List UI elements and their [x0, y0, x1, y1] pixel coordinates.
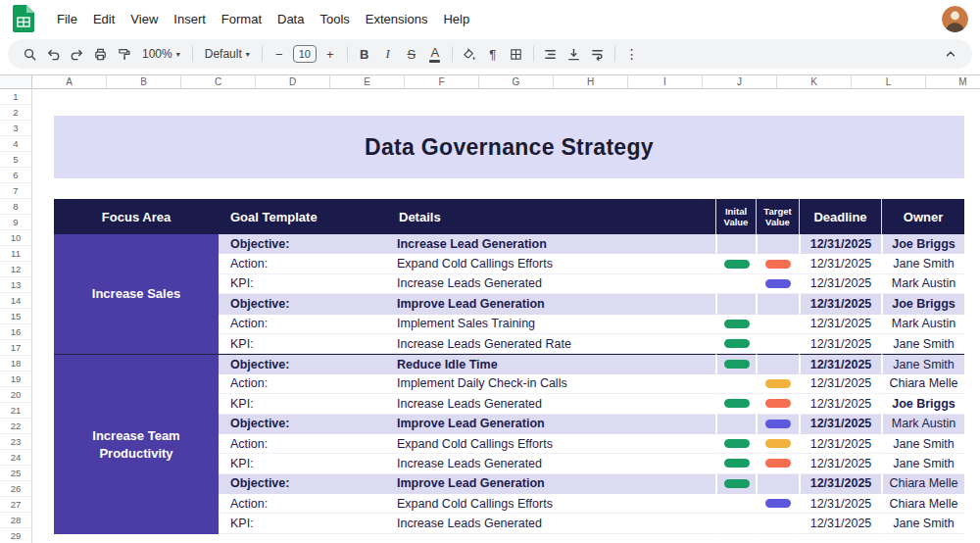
owner-cell[interactable]: Chiara Melle: [881, 474, 964, 494]
owner-cell[interactable]: Jane Smith: [881, 454, 964, 473]
goal-label-cell[interactable]: Action:: [219, 494, 387, 514]
target-value-cell[interactable]: [756, 334, 799, 354]
deadline-cell[interactable]: 12/31/2025: [799, 334, 881, 354]
details-cell[interactable]: Increase Leads Generated: [387, 454, 715, 473]
row-header-21[interactable]: 21: [0, 403, 31, 419]
target-value-cell[interactable]: [756, 254, 799, 273]
zoom-select[interactable]: 100% ▾: [135, 42, 187, 66]
column-header-C[interactable]: C: [181, 74, 256, 89]
column-header-L[interactable]: L: [852, 74, 926, 89]
owner-cell[interactable]: Mark Austin: [881, 315, 964, 334]
row-header-11[interactable]: 11: [0, 246, 31, 262]
menu-item-help[interactable]: Help: [435, 8, 477, 30]
details-cell[interactable]: Increase Leads Generated: [387, 514, 715, 533]
row-header-22[interactable]: 22: [0, 419, 31, 434]
paint-format-icon[interactable]: [112, 42, 135, 66]
menu-item-data[interactable]: Data: [270, 8, 312, 30]
italic-button[interactable]: I: [376, 42, 400, 66]
text-wrap-icon[interactable]: [586, 42, 610, 66]
bold-button[interactable]: B: [353, 42, 376, 66]
initial-value-cell[interactable]: [715, 294, 756, 314]
column-header-F[interactable]: F: [405, 74, 479, 89]
table-header-goal-template[interactable]: Goal Template: [219, 199, 387, 234]
row-header-17[interactable]: 17: [0, 340, 31, 356]
initial-value-cell[interactable]: [715, 434, 756, 454]
initial-value-cell[interactable]: [715, 334, 756, 354]
text-color-button[interactable]: A: [423, 42, 447, 66]
details-cell[interactable]: Increase Leads Generated: [387, 394, 715, 414]
row-header-3[interactable]: 3: [0, 121, 31, 136]
row-header-18[interactable]: 18: [0, 356, 31, 371]
owner-cell[interactable]: Jane Smith: [881, 334, 964, 354]
target-value-cell[interactable]: [756, 294, 799, 314]
details-cell[interactable]: Improve Lead Generation: [387, 415, 715, 434]
initial-value-cell[interactable]: [715, 254, 756, 273]
goal-label-cell[interactable]: KPI:: [219, 514, 387, 533]
target-value-cell[interactable]: [756, 474, 799, 494]
goal-label-cell[interactable]: Action:: [219, 434, 387, 454]
row-header-13[interactable]: 13: [0, 277, 31, 293]
row-header-29[interactable]: 29: [0, 528, 31, 543]
deadline-cell[interactable]: 12/31/2025: [799, 354, 881, 373]
paragraph-icon[interactable]: ¶: [481, 42, 505, 66]
deadline-cell[interactable]: 12/31/2025: [799, 234, 881, 254]
initial-value-cell[interactable]: [715, 494, 756, 514]
deadline-cell[interactable]: 12/31/2025: [799, 415, 881, 434]
target-value-cell[interactable]: [756, 454, 799, 473]
goal-label-cell[interactable]: Objective:: [219, 415, 387, 434]
details-cell[interactable]: Expand Cold Callings Efforts: [387, 434, 715, 454]
initial-value-cell[interactable]: [715, 354, 756, 373]
table-header-inital-value[interactable]: Inital Value: [715, 199, 756, 234]
details-cell[interactable]: Increase Leads Generated: [387, 274, 715, 294]
initial-value-cell[interactable]: [715, 374, 756, 394]
decrease-font-size-button[interactable]: −: [268, 42, 291, 66]
row-header-9[interactable]: 9: [0, 215, 31, 230]
deadline-cell[interactable]: 12/31/2025: [799, 434, 881, 454]
owner-cell[interactable]: Jane Smith: [881, 434, 964, 454]
initial-value-cell[interactable]: [715, 394, 756, 414]
goal-label-cell[interactable]: Objective:: [219, 234, 387, 254]
redo-icon[interactable]: [65, 42, 88, 66]
owner-cell[interactable]: Joe Briggs: [881, 294, 964, 314]
target-value-cell[interactable]: [756, 374, 799, 394]
menu-item-edit[interactable]: Edit: [85, 8, 122, 30]
row-header-25[interactable]: 25: [0, 466, 31, 481]
deadline-cell[interactable]: 12/31/2025: [799, 294, 881, 314]
column-header-B[interactable]: B: [107, 74, 181, 89]
focus-area-cell[interactable]: Increase Team Productivity: [54, 354, 219, 534]
details-cell[interactable]: Implement Daily Check-in Calls: [387, 374, 715, 394]
deadline-cell[interactable]: 12/31/2025: [799, 454, 881, 473]
table-header-details[interactable]: Details: [387, 199, 715, 234]
column-header-I[interactable]: I: [628, 74, 703, 89]
initial-value-cell[interactable]: [715, 454, 756, 473]
menu-item-insert[interactable]: Insert: [166, 8, 214, 30]
target-value-cell[interactable]: [756, 394, 799, 414]
target-value-cell[interactable]: [756, 274, 799, 294]
column-header-G[interactable]: G: [479, 74, 554, 89]
initial-value-cell[interactable]: [715, 514, 756, 533]
fill-color-icon[interactable]: [458, 42, 481, 66]
undo-icon[interactable]: [41, 42, 65, 66]
deadline-cell[interactable]: 12/31/2025: [799, 274, 881, 294]
details-cell[interactable]: Implement Sales Training: [387, 315, 715, 334]
avatar[interactable]: [942, 6, 968, 32]
owner-cell[interactable]: Jane Smith: [881, 514, 964, 533]
spreadsheet-canvas[interactable]: Data Governance Strategy Focus AreaGoal …: [32, 89, 980, 543]
goal-label-cell[interactable]: Action:: [219, 315, 387, 334]
initial-value-cell[interactable]: [715, 415, 756, 434]
row-header-27[interactable]: 27: [0, 497, 31, 513]
row-header-12[interactable]: 12: [0, 262, 31, 277]
menu-item-file[interactable]: File: [49, 8, 85, 30]
initial-value-cell[interactable]: [715, 274, 756, 294]
deadline-cell[interactable]: 12/31/2025: [799, 254, 881, 273]
goal-label-cell[interactable]: KPI:: [219, 334, 387, 354]
deadline-cell[interactable]: 12/31/2025: [799, 394, 881, 414]
search-icon[interactable]: [18, 42, 41, 66]
row-header-10[interactable]: 10: [0, 230, 31, 246]
details-cell[interactable]: Improve Lead Generation: [387, 294, 715, 314]
deadline-cell[interactable]: 12/31/2025: [799, 474, 881, 494]
row-header-24[interactable]: 24: [0, 450, 31, 466]
row-header-15[interactable]: 15: [0, 309, 31, 324]
goal-label-cell[interactable]: Action:: [219, 374, 387, 394]
row-header-7[interactable]: 7: [0, 183, 31, 199]
